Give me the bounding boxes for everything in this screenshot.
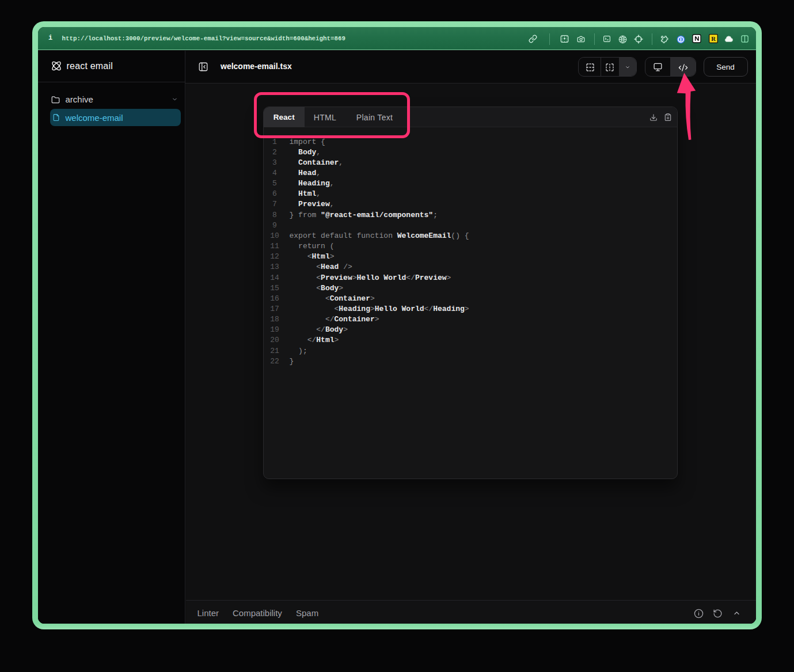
svg-text:R: R xyxy=(711,35,716,41)
